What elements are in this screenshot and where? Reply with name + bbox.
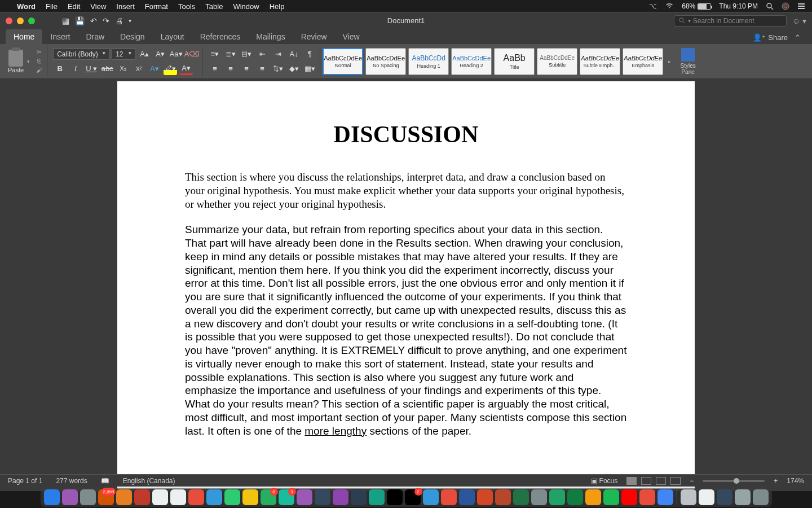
siri-icon[interactable] <box>782 2 789 10</box>
tab-home[interactable]: Home <box>6 29 42 44</box>
style-tile-title[interactable]: AaBbTitle <box>494 48 535 75</box>
increase-indent-icon[interactable]: ⇥ <box>271 48 285 60</box>
dock-app-24[interactable] <box>477 489 493 505</box>
styles-gallery-more-icon[interactable]: ▸ <box>665 48 673 75</box>
text-effects-icon[interactable]: A▾ <box>148 63 161 75</box>
tab-layout[interactable]: Layout <box>153 29 192 44</box>
menu-format[interactable]: Format <box>145 2 168 11</box>
borders-icon[interactable]: ▦▾ <box>303 63 316 75</box>
dock-right-3[interactable] <box>735 489 751 505</box>
document-canvas[interactable]: DISCUSSION This section is where you dis… <box>0 79 812 491</box>
dock-app-28[interactable] <box>549 489 565 505</box>
bold-button[interactable]: B <box>53 63 67 75</box>
tab-draw[interactable]: Draw <box>78 29 112 44</box>
paste-button[interactable]: Paste <box>8 67 24 73</box>
more-lengthy-link[interactable]: more lengthy <box>304 425 367 437</box>
zoom-slider[interactable] <box>703 480 765 482</box>
justify-icon[interactable]: ≡ <box>255 63 269 75</box>
print-layout-view-icon[interactable] <box>626 477 637 485</box>
menu-table[interactable]: Table <box>205 2 223 11</box>
dock-app-1[interactable] <box>62 489 78 505</box>
dock-app-11[interactable] <box>242 489 258 505</box>
dock-app-22[interactable] <box>441 489 457 505</box>
redo-icon[interactable]: ↷ <box>103 16 109 25</box>
bullets-icon[interactable]: ≡▾ <box>208 48 222 60</box>
multilevel-list-icon[interactable]: ⊟▾ <box>240 48 253 60</box>
style-tile-heading-1[interactable]: AaBbCcDdHeading 1 <box>408 48 449 75</box>
dock-app-34[interactable] <box>657 489 673 505</box>
style-tile-normal[interactable]: AaBbCcDdEeNormal <box>323 48 363 75</box>
dock-app-3[interactable]: 2,099 <box>98 489 114 505</box>
cut-icon[interactable]: ✂ <box>34 49 43 56</box>
collapse-ribbon-icon[interactable]: ⌃ <box>795 33 801 42</box>
font-color-icon[interactable]: A▾ <box>179 63 193 75</box>
draft-view-icon[interactable] <box>670 477 681 485</box>
control-center-icon[interactable] <box>797 2 805 10</box>
close-window-button[interactable] <box>6 17 12 24</box>
highlight-icon[interactable]: 🖍▾ <box>164 63 177 75</box>
style-tile-emphasis[interactable]: AaBbCcDdEeEmphasis <box>623 48 663 75</box>
dock-app-2[interactable] <box>80 489 96 505</box>
numbering-icon[interactable]: ≣▾ <box>224 48 237 60</box>
style-tile-subtitle[interactable]: AaBbCcDdEeSubtitle <box>537 48 577 75</box>
italic-button[interactable]: I <box>69 63 82 75</box>
styles-pane-button[interactable]: Styles Pane <box>676 48 700 75</box>
tab-review[interactable]: Review <box>293 29 335 44</box>
align-center-icon[interactable]: ≡ <box>224 63 237 75</box>
undo-icon[interactable]: ↶ <box>90 16 97 25</box>
shading-icon[interactable]: ◆▾ <box>287 63 301 75</box>
language-status[interactable]: English (Canada) <box>123 477 175 485</box>
document-heading[interactable]: DISCUSSION <box>185 121 627 148</box>
dock-app-29[interactable] <box>567 489 583 505</box>
font-size-select[interactable]: 12▾ <box>112 49 135 60</box>
dock-app-17[interactable] <box>351 489 367 505</box>
increase-font-icon[interactable]: A▴ <box>138 48 151 60</box>
format-painter-icon[interactable]: 🖌 <box>34 67 43 75</box>
dock-app-9[interactable] <box>206 489 222 505</box>
dock-right-4[interactable] <box>753 489 769 505</box>
decrease-indent-icon[interactable]: ⇤ <box>255 48 269 60</box>
customize-qat-icon[interactable]: ▾ <box>129 17 131 24</box>
font-name-select[interactable]: Calibri (Body)▾ <box>53 49 109 60</box>
dock-app-12[interactable]: 8 <box>261 489 276 505</box>
tab-view[interactable]: View <box>335 29 368 44</box>
clock[interactable]: Thu 9:10 PM <box>719 2 758 10</box>
spotlight-icon[interactable] <box>766 2 774 10</box>
dock-app-13[interactable]: 3 <box>279 489 294 505</box>
menu-window[interactable]: Window <box>233 2 259 11</box>
dock-app-6[interactable] <box>152 489 168 505</box>
underline-button[interactable]: U ▾ <box>85 63 98 75</box>
tab-design[interactable]: Design <box>112 29 153 44</box>
dock-app-30[interactable] <box>585 489 601 505</box>
decrease-font-icon[interactable]: A▾ <box>153 48 167 60</box>
document-page[interactable]: DISCUSSION This section is where you dis… <box>117 81 695 489</box>
page-number-status[interactable]: Page 1 of 1 <box>8 477 42 485</box>
dock-app-14[interactable] <box>297 489 312 505</box>
menu-help[interactable]: Help <box>270 2 285 11</box>
dock-app-26[interactable] <box>513 489 529 505</box>
dock-app-16[interactable] <box>333 489 348 505</box>
dock-app-32[interactable] <box>621 489 637 505</box>
align-right-icon[interactable]: ≡ <box>240 63 253 75</box>
paste-icon[interactable] <box>8 50 23 67</box>
style-tile-no-spacing[interactable]: AaBbCcDdEeNo Spacing <box>365 48 406 75</box>
menu-edit[interactable]: Edit <box>68 2 80 11</box>
tab-references[interactable]: References <box>192 29 249 44</box>
share-button[interactable]: 👤⁺ Share ⌃ <box>747 31 806 44</box>
spell-check-status-icon[interactable]: 📖 <box>101 477 109 485</box>
zoom-level[interactable]: 174% <box>787 477 804 485</box>
dock-app-15[interactable] <box>315 489 330 505</box>
menu-file[interactable]: File <box>46 2 58 11</box>
dock-app-18[interactable] <box>369 489 385 505</box>
dock-app-10[interactable] <box>224 489 240 505</box>
dock-app-4[interactable] <box>116 489 132 505</box>
superscript-button[interactable]: X² <box>132 63 145 75</box>
style-tile-heading-2[interactable]: AaBbCcDdEeHeading 2 <box>451 48 492 75</box>
document-paragraph-1[interactable]: This section is where you discuss the re… <box>185 170 627 211</box>
fullscreen-window-button[interactable] <box>28 17 35 24</box>
word-count-status[interactable]: 277 words <box>56 477 87 485</box>
battery-status[interactable]: 68% <box>682 2 711 10</box>
strikethrough-button[interactable]: abc <box>100 63 114 75</box>
copy-icon[interactable]: ⎘ <box>34 58 43 65</box>
dock-app-0[interactable] <box>44 489 60 505</box>
